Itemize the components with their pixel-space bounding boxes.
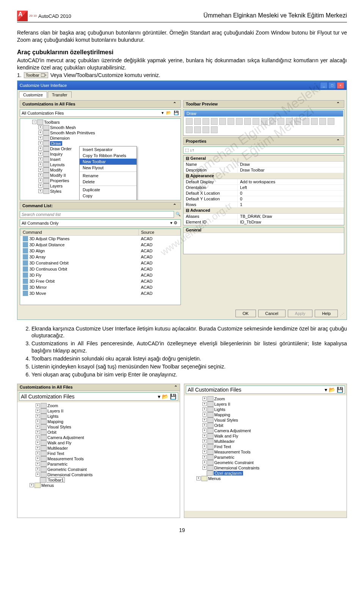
collapse-icon[interactable]: ⌃ bbox=[336, 139, 342, 144]
tree-right[interactable]: +Zoom+Layers II+Lights+Mapping+Visual St… bbox=[184, 395, 347, 511]
command-list-title: Command List: bbox=[22, 203, 53, 208]
section-paragraph: AutoCAD'in mevcut araç çubukları üzerind… bbox=[17, 57, 347, 71]
section-heading: Araç çubuklarının özelleştirilmesi bbox=[17, 49, 347, 56]
context-item[interactable]: Copy To Ribbon Panels bbox=[80, 153, 136, 159]
toolbar-preview-title: Toolbar Preview bbox=[186, 102, 218, 106]
page-number: 19 bbox=[17, 527, 347, 533]
properties-grid[interactable]: ⊟ GeneralNameDrawDescriptionDraw Toolbar… bbox=[183, 155, 344, 225]
customizations-panel-title: Customizations in All Files bbox=[22, 102, 75, 106]
intro-paragraph: Referans olan bir başka araç çubuğunun b… bbox=[17, 29, 347, 44]
context-item[interactable]: Paste bbox=[80, 199, 136, 200]
resize-grip-icon[interactable]: ⋰ bbox=[340, 312, 344, 317]
autocad-icon bbox=[17, 11, 28, 21]
close-button[interactable]: × bbox=[337, 82, 344, 89]
context-item[interactable]: New Toolbar bbox=[80, 159, 136, 165]
context-item[interactable]: Rename bbox=[80, 173, 136, 179]
minimize-button[interactable]: _ bbox=[320, 82, 328, 89]
context-item[interactable]: Copy bbox=[80, 193, 136, 199]
collapse-icon[interactable]: ⌃ bbox=[336, 101, 342, 107]
tree-left[interactable]: +Zoom+Layers II+Lights+Mapping+Visual St… bbox=[17, 402, 180, 518]
search-command-input[interactable] bbox=[20, 211, 174, 218]
customization-filter-select[interactable]: All Customization Files ▾ 📂💾 bbox=[20, 109, 181, 117]
collapse-icon[interactable]: ⌃ bbox=[173, 101, 178, 107]
cancel-button[interactable]: Cancel bbox=[258, 310, 286, 317]
steps-list: Ekranda karşınıza Customize User Interfa… bbox=[17, 325, 347, 378]
context-item[interactable]: Insert Separator bbox=[80, 146, 136, 153]
context-item[interactable]: New Flyout bbox=[80, 165, 136, 171]
context-item[interactable]: Delete bbox=[80, 179, 136, 185]
logo-year: 20 10 bbox=[29, 14, 37, 17]
maximize-button[interactable]: □ bbox=[328, 82, 336, 89]
cui-dialog: Customize User Interface _ □ × Customize… bbox=[17, 80, 347, 320]
toolbar-flyout-icon bbox=[41, 73, 46, 77]
tab-customize[interactable]: Customize bbox=[19, 91, 47, 98]
filter-icon[interactable]: ⚙ bbox=[174, 220, 179, 226]
customizations-tree[interactable]: −Toolbars +Smooth Mesh+Smooth Mesh Primi… bbox=[20, 118, 181, 200]
toolbar-button-ref: Toolbar bbox=[24, 72, 48, 78]
svg-rect-0 bbox=[41, 74, 45, 77]
command-filter-select[interactable]: All Commands Only ▾ ⚙ bbox=[20, 219, 181, 227]
properties-panel-title: Properties bbox=[186, 139, 206, 143]
left-tree-pane: Customizations in All Files⌃ All Customi… bbox=[17, 384, 180, 518]
toolbar-preview: Draw bbox=[183, 109, 344, 136]
collapse-icon[interactable]: ⌃ bbox=[174, 385, 177, 390]
app-name: AutoCAD 2010 bbox=[38, 13, 71, 19]
help-button[interactable]: Help bbox=[315, 310, 338, 317]
app-logo: 20 10 AutoCAD 2010 bbox=[17, 11, 71, 21]
right-tree-pane: All Customization Files▾ 📂 💾 +Zoom+Layer… bbox=[184, 384, 347, 518]
property-description: General bbox=[183, 227, 344, 254]
dialog-title: Customize User Interface bbox=[20, 83, 67, 88]
page-header-title: Ümmehan Elginkan Mesleki ve Teknik Eğiti… bbox=[203, 11, 347, 19]
context-item[interactable]: Duplicate bbox=[80, 187, 136, 193]
command-list[interactable]: Command Source 3D Adjust Clip PlanesACAD… bbox=[20, 228, 181, 305]
apply-button[interactable]: Apply bbox=[288, 310, 313, 317]
step-number: 1. bbox=[17, 72, 22, 78]
context-menu: Insert SeparatorCopy To Ribbon PanelsNew… bbox=[79, 146, 137, 200]
tab-transfer[interactable]: Transfer bbox=[48, 91, 72, 98]
search-icon[interactable]: 🔍 bbox=[176, 212, 181, 217]
collapse-icon[interactable]: ⌃ bbox=[173, 203, 178, 208]
step-text: Veya View/Toolbars/Customize komutu veri… bbox=[50, 72, 160, 78]
open-icon[interactable]: 📂 bbox=[166, 110, 171, 116]
ok-button[interactable]: OK bbox=[235, 310, 256, 317]
save-icon[interactable]: 💾 bbox=[174, 110, 179, 116]
properties-sort[interactable]: ⬚ ↓↑ bbox=[183, 146, 344, 154]
